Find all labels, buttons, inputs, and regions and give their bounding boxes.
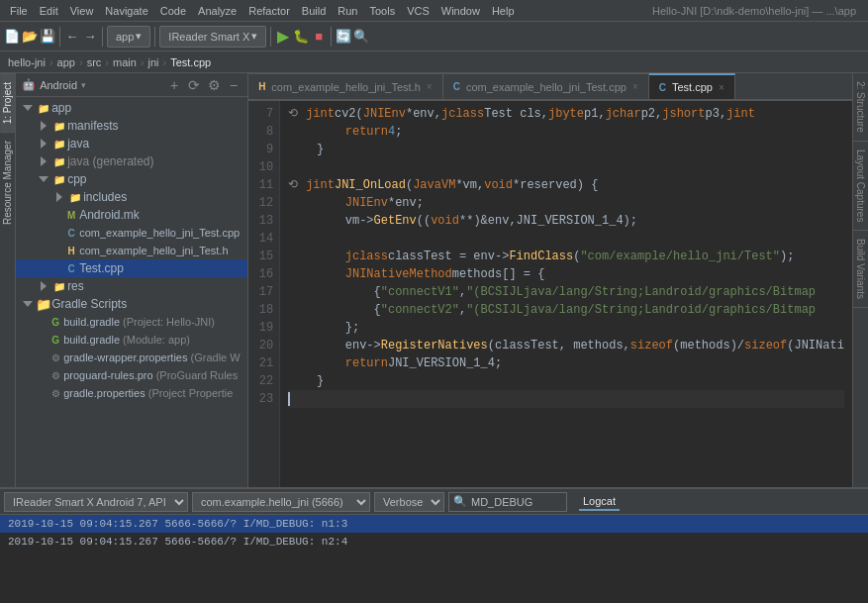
toolbar-save-icon[interactable]: 💾 bbox=[40, 29, 55, 45]
menu-build[interactable]: Build bbox=[296, 0, 332, 22]
menu-file[interactable]: File bbox=[4, 0, 34, 22]
panel-minimize-action[interactable]: − bbox=[226, 77, 241, 93]
tree-item-androidmk[interactable]: M Android.mk bbox=[16, 206, 247, 224]
editor-tab-testcpp-close[interactable]: × bbox=[719, 82, 724, 93]
stop-icon[interactable]: ■ bbox=[311, 29, 327, 45]
code-line-14 bbox=[288, 230, 844, 248]
code-line-8: return 4; bbox=[288, 123, 844, 141]
android-icon: 🤖 bbox=[22, 78, 36, 91]
editor-tab-cpp[interactable]: C com_example_hello_jni_Test.cpp × bbox=[443, 73, 649, 99]
layout-captures-tab[interactable]: Layout Captures bbox=[853, 142, 868, 231]
menu-analyze[interactable]: Analyze bbox=[192, 0, 242, 22]
tree-label-res: res bbox=[67, 279, 84, 293]
toolbar-back-icon[interactable]: ← bbox=[64, 29, 80, 45]
folder-icon-res: 📁 bbox=[51, 278, 67, 294]
panel-add-action[interactable]: + bbox=[166, 77, 182, 93]
tree-item-res[interactable]: 📁 res bbox=[16, 277, 247, 295]
file-tree: 📁 app 📁 manifests 📁 java 📁 java (generat… bbox=[16, 97, 247, 487]
code-content[interactable]: ⟲ jint cv2(JNIEnv *env, jclass Test cls,… bbox=[280, 101, 852, 487]
device-selector-chevron: ▾ bbox=[251, 30, 257, 43]
panel-header: 🤖 Android ▾ + ⟳ ⚙ − bbox=[16, 73, 247, 97]
menu-window[interactable]: Window bbox=[435, 0, 486, 22]
project-tab[interactable]: 1: Project bbox=[0, 73, 15, 132]
toolbar-open-icon[interactable]: 📂 bbox=[22, 29, 38, 45]
toolbar-new-icon[interactable]: 📄 bbox=[4, 29, 20, 45]
tree-label-java-gen: java (generated) bbox=[67, 154, 153, 168]
sync-icon[interactable]: 🔄 bbox=[336, 29, 351, 45]
breadcrumb: hello-jni › app › src › main › jni › Tes… bbox=[0, 51, 868, 73]
tree-item-proguard[interactable]: ⚙ proguard-rules.pro (ProGuard Rules bbox=[16, 366, 247, 384]
tree-item-gradle-scripts[interactable]: 📁 Gradle Scripts bbox=[16, 295, 247, 313]
package-dropdown[interactable]: com.example.hello_jni (5666) bbox=[192, 492, 370, 512]
toolbar-forward-icon[interactable]: → bbox=[82, 29, 98, 45]
log-line-1-text: 2019-10-15 09:04:15.267 5666-5666/? I/MD… bbox=[8, 518, 347, 530]
menu-code[interactable]: Code bbox=[154, 0, 192, 22]
line-num-21: 21 bbox=[248, 354, 279, 372]
tree-item-manifests[interactable]: 📁 manifests bbox=[16, 117, 247, 135]
menu-view[interactable]: View bbox=[64, 0, 100, 22]
search-value: MD_DEBUG bbox=[471, 496, 532, 508]
search-everywhere-icon[interactable]: 🔍 bbox=[353, 29, 369, 45]
menu-help[interactable]: Help bbox=[486, 0, 521, 22]
tree-item-java[interactable]: 📁 java bbox=[16, 135, 247, 152]
tree-item-java-gen[interactable]: 📁 java (generated) bbox=[16, 152, 247, 170]
device-dropdown[interactable]: IReader Smart X Android 7, API bbox=[4, 492, 188, 512]
tree-label-build-p: build.gradle (Project: Hello-JNI) bbox=[63, 316, 215, 328]
panel-settings-action[interactable]: ⚙ bbox=[206, 77, 222, 93]
line-num-23: 23 bbox=[248, 390, 279, 408]
panel-title-chevron[interactable]: ▾ bbox=[81, 80, 86, 90]
structure-tab[interactable]: 2: Structure bbox=[853, 73, 868, 142]
breadcrumb-item-6[interactable]: Test.cpp bbox=[170, 56, 211, 68]
editor-tab-h-close[interactable]: × bbox=[427, 81, 433, 92]
app-selector[interactable]: app ▾ bbox=[107, 26, 150, 48]
tree-item-build-module[interactable]: G build.gradle (Module: app) bbox=[16, 331, 247, 349]
resource-manager-tab[interactable]: Resource Manager bbox=[0, 132, 15, 233]
editor-tab-testcpp[interactable]: C Test.cpp × bbox=[649, 73, 735, 99]
tree-label-androidmk: Android.mk bbox=[79, 208, 140, 222]
breadcrumb-item-5[interactable]: jni bbox=[147, 56, 158, 68]
breadcrumb-item-3[interactable]: src bbox=[87, 56, 102, 68]
tree-item-includes[interactable]: 📁 includes bbox=[16, 188, 247, 206]
menu-vcs[interactable]: VCS bbox=[401, 0, 435, 22]
tree-item-com-cpp[interactable]: C com_example_hello_jni_Test.cpp bbox=[16, 224, 247, 242]
line-num-19: 19 bbox=[248, 319, 279, 337]
level-dropdown[interactable]: Verbose bbox=[374, 492, 444, 512]
build-variants-tab[interactable]: Build Variants bbox=[853, 231, 868, 308]
tree-label-gprops: gradle.properties (Project Propertie bbox=[63, 387, 233, 399]
device-selector[interactable]: IReader Smart X ▾ bbox=[159, 26, 266, 48]
log-line-2[interactable]: 2019-10-15 09:04:15.267 5666-5666/? I/MD… bbox=[0, 533, 868, 551]
tree-label-app: app bbox=[51, 101, 71, 115]
title-info: Hello-JNI [D:\ndk-demo\hello-jni] — ...\… bbox=[652, 5, 864, 17]
editor-area: H com_example_hello_jni_Test.h × C com_e… bbox=[248, 73, 852, 487]
code-line-9: } bbox=[288, 141, 844, 158]
menu-tools[interactable]: Tools bbox=[363, 0, 401, 22]
run-icon[interactable]: ▶ bbox=[275, 29, 291, 45]
breadcrumb-item-1[interactable]: hello-jni bbox=[8, 56, 46, 68]
folder-icon-includes: 📁 bbox=[67, 189, 83, 205]
panel-sync-action[interactable]: ⟳ bbox=[186, 77, 202, 93]
menu-run[interactable]: Run bbox=[332, 0, 363, 22]
tree-item-gradle-wrapper[interactable]: ⚙ gradle-wrapper.properties (Gradle W bbox=[16, 349, 247, 366]
tree-item-app[interactable]: 📁 app bbox=[16, 99, 247, 117]
breadcrumb-item-4[interactable]: main bbox=[113, 56, 137, 68]
device-selector-label: IReader Smart X bbox=[168, 31, 249, 43]
tree-item-gradle-props[interactable]: ⚙ gradle.properties (Project Propertie bbox=[16, 384, 247, 402]
tree-item-testcpp[interactable]: C Test.cpp bbox=[16, 259, 247, 277]
tree-label-testcpp: Test.cpp bbox=[79, 261, 124, 275]
editor-tab-cpp-close[interactable]: × bbox=[632, 81, 638, 92]
menu-edit[interactable]: Edit bbox=[34, 0, 64, 22]
editor-tab-h[interactable]: H com_example_hello_jni_Test.h × bbox=[248, 73, 443, 99]
menu-bar: File Edit View Navigate Code Analyze Ref… bbox=[0, 0, 868, 22]
menu-navigate[interactable]: Navigate bbox=[99, 0, 153, 22]
logcat-tab[interactable]: Logcat bbox=[579, 493, 620, 511]
log-line-1[interactable]: 2019-10-15 09:04:15.267 5666-5666/? I/MD… bbox=[0, 515, 868, 533]
line-num-20: 20 bbox=[248, 337, 279, 354]
menu-refactor[interactable]: Refactor bbox=[242, 0, 296, 22]
logcat-search-field[interactable]: 🔍 MD_DEBUG bbox=[448, 492, 567, 512]
breadcrumb-item-2[interactable]: app bbox=[57, 56, 75, 68]
tree-item-com-h[interactable]: H com_example_hello_jni_Test.h bbox=[16, 242, 247, 259]
debug-icon[interactable]: 🐛 bbox=[293, 29, 309, 45]
code-line-13: vm->GetEnv((void**)&env,JNI_VERSION_1_4)… bbox=[288, 212, 844, 230]
tree-item-build-project[interactable]: G build.gradle (Project: Hello-JNI) bbox=[16, 313, 247, 331]
tree-item-cpp[interactable]: 📁 cpp bbox=[16, 170, 247, 188]
